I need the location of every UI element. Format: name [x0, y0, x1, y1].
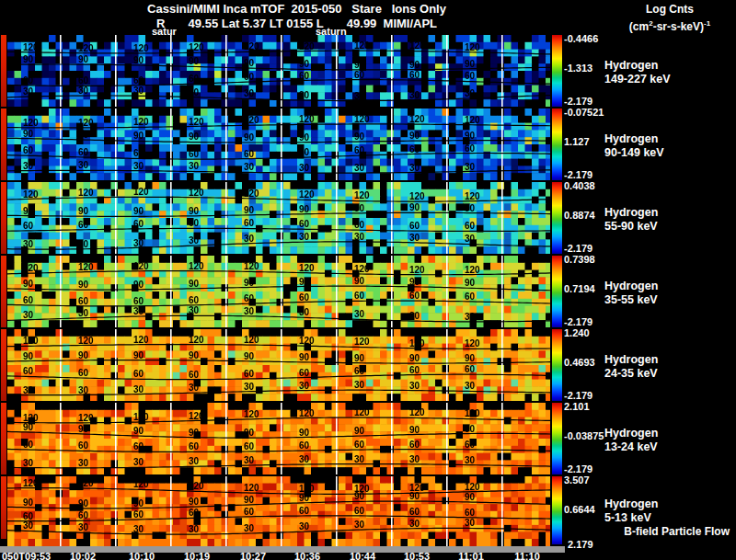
left-edge-strip	[1, 109, 6, 180]
colorbar	[552, 182, 562, 254]
saturn-marker-left: satur	[152, 26, 177, 35]
colorbar-mid-label: 1.127	[564, 136, 590, 147]
colorbar-max-label: 2.101	[564, 401, 590, 412]
colorbar-min-label: -2.179	[564, 316, 592, 327]
time-tick-label: 10:27	[240, 551, 266, 560]
cassini-mimi-spectrogram-app: Cassini/MIMI Inca mTOF 2015-050 Stare Io…	[0, 0, 736, 560]
colorbar-min-label: -2.179	[564, 390, 592, 401]
colorbar	[552, 403, 562, 474]
spectrogram-canvas	[7, 403, 550, 474]
colorbar-mid-label: 0.7194	[564, 283, 595, 294]
spectrogram-canvas	[7, 476, 550, 539]
colorbar-min-label: -2.179	[564, 96, 592, 107]
colorbar-max-label: -0.4466	[564, 33, 598, 44]
colorbar-units-label: Log Cnts (cm2-sr-s-keV)-1	[607, 3, 732, 34]
spectrogram-canvas	[7, 35, 550, 107]
colorbar-min-label: -2.179	[564, 243, 592, 254]
left-edge-strip	[1, 182, 6, 254]
spectrogram-panel-5-13	[7, 476, 550, 539]
spectrogram-panel-13-24	[7, 403, 550, 474]
colorbar	[552, 329, 562, 401]
time-tick-label: 10:53	[404, 551, 430, 560]
saturn-marker-right: saturn	[316, 26, 347, 35]
spectrogram-panel-90-149	[7, 109, 550, 180]
colorbar-min-label: 2.179	[568, 539, 593, 550]
energy-band-label: Hydrogen149-227 keV	[604, 59, 733, 86]
page-title: Cassini/MIMI Inca mTOF 2015-050 Stare Io…	[0, 2, 593, 16]
left-edge-strip	[1, 403, 6, 474]
time-tick-label: 10:02	[70, 551, 96, 560]
spectrogram-canvas	[7, 329, 550, 401]
unit-superscript: -1	[704, 19, 710, 28]
units-line: (cm2-sr-s-keV)-1	[607, 17, 732, 34]
colorbar-mid-label: 0.8874	[564, 210, 595, 221]
colorbar	[552, 109, 562, 180]
energy-band-label: Hydrogen5-13 keV	[604, 497, 733, 525]
spectrogram-canvas	[7, 109, 550, 180]
colorbar	[552, 256, 562, 327]
time-tick-label: 11:01	[458, 551, 484, 560]
energy-band-label: Hydrogen24-35 keV	[604, 353, 733, 381]
colorbar-mid-label: 0.6644	[564, 504, 595, 515]
colorbar-mid-label: -0.03875	[564, 430, 604, 441]
time-tick-label: 050T09:53	[2, 551, 51, 560]
time-tick-label: 10:10	[129, 551, 155, 560]
energy-band-label: Hydrogen35-55 keV	[604, 280, 733, 307]
spectrogram-panel-24-35	[7, 329, 550, 401]
colorbar-min-label: -2.179	[564, 169, 592, 180]
spectrogram-panel-35-55	[7, 256, 550, 327]
left-edge-strip	[1, 35, 6, 107]
spectrogram-canvas	[7, 182, 550, 254]
colorbar-max-label: 3.507	[564, 474, 590, 486]
log-cnts-label: Log Cnts	[607, 3, 732, 17]
time-tick-label: 10:44	[350, 551, 375, 560]
colorbar	[552, 35, 562, 107]
energy-band-label: Hydrogen55-90 keV	[604, 206, 733, 234]
colorbar-mid-label: -1.313	[564, 63, 592, 74]
spectrogram-panel-149-227	[7, 35, 550, 107]
colorbar-min-label: -2.179	[564, 463, 592, 474]
left-edge-strip	[1, 256, 6, 327]
time-tick-label: 10:19	[184, 551, 210, 560]
time-tick-label: 10:36	[294, 551, 320, 560]
left-edge-strip	[1, 329, 6, 401]
energy-band-label: Hydrogen90-149 keV	[604, 132, 733, 160]
spectrogram-panel-55-90	[7, 182, 550, 254]
time-tick-label: 11:10	[514, 551, 540, 560]
page-subtitle: R 49.55 Lat 5.37 LT 0155 L 49.99 MIMI/AP…	[0, 17, 593, 30]
bfield-flow-strip	[7, 539, 550, 546]
colorbar-max-label: 0.7398	[564, 254, 595, 265]
left-edge-strip	[1, 476, 6, 539]
colorbar-max-label: 1.240	[564, 327, 590, 338]
spectrogram-canvas	[7, 256, 550, 327]
energy-band-label: Hydrogen13-24 keV	[604, 427, 733, 454]
colorbar-max-label: 0.4038	[564, 180, 595, 191]
colorbar	[552, 476, 562, 544]
bfield-particle-flow-label: B-field Particle Flow	[570, 525, 730, 538]
colorbar-mid-label: 0.4693	[564, 357, 595, 368]
colorbar-max-label: -0.07521	[564, 107, 604, 118]
